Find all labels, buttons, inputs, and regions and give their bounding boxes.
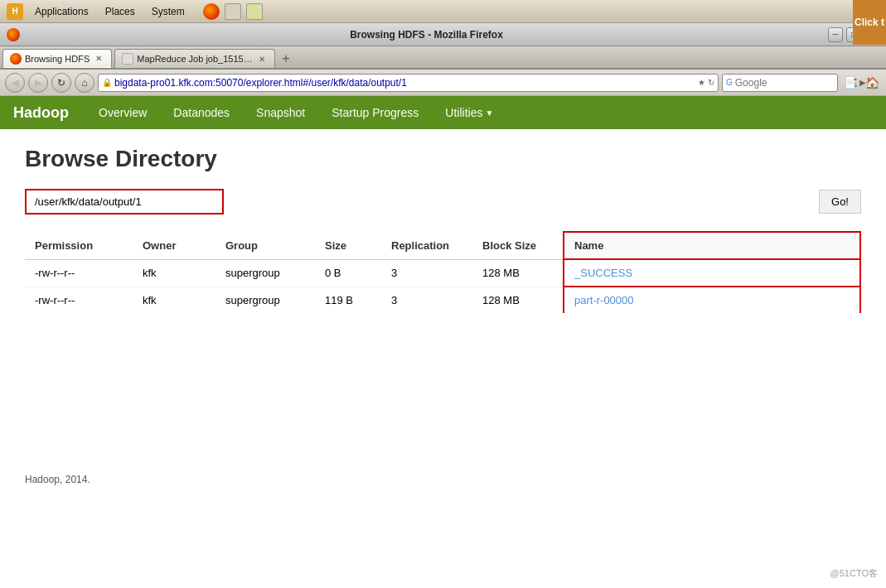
cell-name-1: _SUCCESS	[564, 259, 860, 287]
col-header-owner: Owner	[133, 232, 215, 259]
os-icon-app3[interactable]	[246, 3, 263, 20]
os-logo: H	[7, 3, 23, 20]
os-topbar: H Applications Places System	[0, 0, 886, 23]
col-header-blocksize: Block Size	[472, 232, 564, 259]
tab-mapreduce[interactable]: MapReduce Job job_1515200... ✕	[114, 49, 275, 68]
tab-browsing-hdfs[interactable]: Browsing HDFS ✕	[2, 49, 112, 68]
file-table: Permission Owner Group Size Replication …	[25, 231, 861, 313]
os-icon-app2[interactable]	[225, 3, 241, 20]
hadoop-nav: Hadoop Overview Datanodes Snapshot Start…	[0, 96, 886, 129]
col-header-group: Group	[215, 232, 315, 259]
cell-replication-2: 3	[381, 287, 472, 313]
col-header-size: Size	[315, 232, 381, 259]
tab-favicon-2	[122, 53, 133, 65]
path-row: Go!	[25, 189, 861, 214]
page-footer: Hadoop, 2014.	[0, 460, 886, 499]
dropdown-arrow-icon: ▼	[485, 108, 493, 118]
cell-group-1: supergroup	[215, 259, 315, 287]
col-header-name: Name	[564, 232, 860, 259]
cell-permission-2: -rw-r--r--	[25, 287, 133, 313]
nav-utilities[interactable]: Utilities ▼	[432, 99, 506, 126]
table-row: -rw-r--r-- kfk supergroup 119 B 3 128 MB…	[25, 287, 860, 313]
firefox-window-title: Browsing HDFS - Mozilla Firefox	[25, 29, 828, 41]
os-icon-firefox[interactable]	[203, 3, 220, 20]
address-input[interactable]	[114, 77, 698, 89]
search-engine-icon: G	[726, 78, 733, 87]
os-applications[interactable]: Applications	[30, 4, 94, 19]
nav-datanodes[interactable]: Datanodes	[160, 99, 243, 126]
footer-text: Hadoop, 2014.	[25, 474, 90, 485]
nav-overview[interactable]: Overview	[85, 99, 160, 126]
page-title: Browse Directory	[25, 146, 861, 172]
tab-bar: Browsing HDFS ✕ MapReduce Job job_151520…	[0, 46, 886, 70]
table-row: -rw-r--r-- kfk supergroup 0 B 3 128 MB _…	[25, 259, 860, 287]
path-input[interactable]	[25, 189, 224, 214]
os-system[interactable]: System	[147, 4, 190, 19]
nav-bar: ◀ ▶ ↻ ⌂ 🔒 ★ ↻ G ▶ 📑 🏠	[0, 70, 886, 96]
main-content: Browse Directory Go! Permission Owner Gr…	[0, 129, 886, 460]
minimize-button[interactable]: ─	[828, 27, 843, 42]
file-link-success[interactable]: _SUCCESS	[574, 267, 632, 279]
address-bar-icons: ★ ↻	[698, 78, 714, 87]
watermark: @51CTO客	[830, 567, 878, 580]
cell-replication-1: 3	[381, 259, 472, 287]
tab-close-1[interactable]: ✕	[93, 53, 104, 65]
cell-name-2: part-r-00000	[564, 287, 860, 313]
bookmark-star-icon[interactable]: ★	[698, 78, 705, 87]
col-header-permission: Permission	[25, 232, 133, 259]
new-tab-button[interactable]: +	[275, 49, 296, 68]
file-link-part[interactable]: part-r-00000	[574, 294, 634, 306]
nav-startup-progress[interactable]: Startup Progress	[318, 99, 432, 126]
click-area[interactable]: Click t	[853, 0, 886, 45]
tab-close-2[interactable]: ✕	[256, 53, 268, 65]
cell-group-2: supergroup	[215, 287, 315, 313]
refresh-icon[interactable]: ↻	[708, 78, 714, 87]
home-nav-icon[interactable]: 🏠	[863, 74, 881, 92]
col-header-replication: Replication	[381, 232, 472, 259]
cell-owner-1: kfk	[133, 259, 215, 287]
cell-size-2: 119 B	[315, 287, 381, 313]
hadoop-brand: Hadoop	[13, 104, 69, 122]
lock-icon: 🔒	[102, 78, 112, 87]
home-button[interactable]: ⌂	[75, 73, 94, 93]
bookmarks-icon[interactable]: 📑	[841, 74, 859, 92]
firefox-titlebar: Browsing HDFS - Mozilla Firefox ─ □ ✕	[0, 23, 886, 46]
back-button[interactable]: ◀	[5, 73, 25, 93]
go-button[interactable]: Go!	[819, 190, 861, 214]
nav-utilities-label: Utilities	[445, 106, 482, 119]
address-bar-container: 🔒 ★ ↻	[98, 74, 719, 92]
tab-label-1: Browsing HDFS	[25, 54, 90, 64]
search-bar-container: G ▶	[722, 74, 838, 92]
reload-button[interactable]: ↻	[51, 73, 71, 93]
nav-end-icons: 📑 🏠	[841, 74, 881, 92]
cell-owner-2: kfk	[133, 287, 215, 313]
cell-blocksize-1: 128 MB	[472, 259, 564, 287]
nav-snapshot[interactable]: Snapshot	[243, 99, 318, 126]
cell-permission-1: -rw-r--r--	[25, 259, 133, 287]
forward-button[interactable]: ▶	[28, 73, 48, 93]
os-places[interactable]: Places	[100, 4, 140, 19]
firefox-logo	[7, 28, 20, 41]
cell-blocksize-2: 128 MB	[472, 287, 564, 313]
tab-label-2: MapReduce Job job_1515200...	[137, 54, 253, 64]
cell-size-1: 0 B	[315, 259, 381, 287]
tab-favicon-1	[10, 53, 22, 65]
